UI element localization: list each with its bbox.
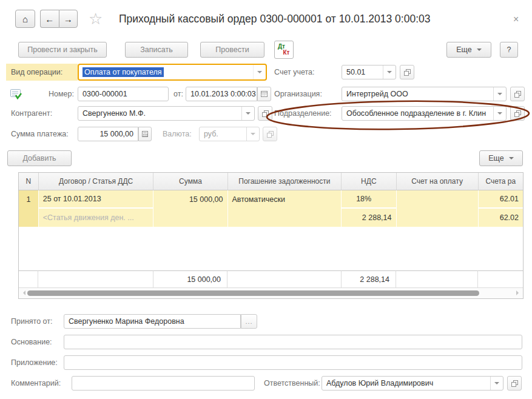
horizontal-scrollbar[interactable]	[19, 287, 523, 298]
history-nav: ← →	[40, 10, 78, 28]
table-row[interactable]: 1 25 от 10.01.2013 <Статья движения ден.…	[19, 190, 523, 227]
appendix-field[interactable]	[64, 355, 522, 370]
forward-button[interactable]: →	[59, 10, 78, 28]
col-header-repayment[interactable]: Погашение задолженности	[228, 173, 342, 190]
col-header-contract[interactable]: Договор / Статья ДДС	[39, 173, 154, 190]
date-label: от:	[173, 87, 183, 101]
window-title: Приходный кассовый ордер 0300-000001 от …	[119, 13, 430, 25]
back-button[interactable]: ←	[40, 10, 59, 28]
chevron-down-icon	[477, 49, 482, 53]
organization-open-button[interactable]	[510, 87, 525, 101]
chevron-down-icon	[509, 157, 514, 162]
open-icon	[261, 110, 269, 118]
account-field[interactable]: 50.01	[342, 65, 396, 79]
sum-cell[interactable]: 15 000,00	[153, 190, 227, 209]
department-open-button[interactable]	[510, 106, 525, 121]
responsible-field[interactable]: Абдулов Юрий Владимирович	[322, 376, 503, 391]
operation-type-label: Вид операции:	[6, 64, 78, 81]
basis-field[interactable]	[64, 335, 522, 349]
department-value: Обособленное подразделение в г. Клин	[342, 109, 493, 118]
responsible-label: Ответственный:	[264, 376, 320, 391]
home-icon: ⌂	[22, 14, 28, 24]
account-open-button[interactable]	[400, 65, 414, 79]
document-posted-icon	[10, 89, 22, 101]
dropdown-arrow-icon[interactable]	[383, 65, 396, 79]
post-and-close-button[interactable]: Провести и закрыть	[18, 42, 107, 58]
currency-field[interactable]: руб.	[199, 127, 260, 141]
number-field[interactable]: 0300-000001	[78, 87, 169, 101]
accepted-from-more-button[interactable]: ...	[241, 314, 257, 329]
post-button[interactable]: Провести	[200, 42, 264, 58]
dropdown-arrow-icon[interactable]	[253, 65, 266, 79]
operation-type-field[interactable]: Оплата от покупателя	[78, 64, 267, 81]
advance-account-cell[interactable]: 62.02	[479, 209, 523, 227]
close-icon[interactable]: ×	[513, 15, 519, 24]
department-field[interactable]: Обособленное подразделение в г. Клин	[342, 106, 507, 121]
currency-open-button[interactable]	[263, 127, 277, 141]
department-label: Подразделение:	[274, 106, 332, 121]
responsible-open-button[interactable]	[507, 376, 522, 391]
account-label: Счет учета:	[274, 65, 314, 79]
invoice-cell[interactable]	[397, 190, 478, 209]
scroll-left-icon[interactable]	[21, 290, 25, 295]
amount-value: 15 000,00	[78, 130, 138, 138]
counterparty-label: Контрагент:	[11, 106, 52, 121]
col-header-invoice[interactable]: Счет на оплату	[397, 173, 479, 190]
scroll-right-icon[interactable]	[516, 290, 521, 295]
operation-type-value: Оплата от покупателя	[82, 67, 164, 77]
open-icon	[266, 130, 274, 138]
table-empty-area[interactable]	[19, 227, 523, 270]
save-button[interactable]: Записать	[125, 42, 188, 58]
total-sum: 15 000,00	[153, 270, 227, 287]
account-value: 50.01	[342, 68, 383, 76]
open-icon	[511, 380, 519, 387]
dropdown-arrow-icon[interactable]	[493, 87, 506, 101]
amount-field[interactable]: 15 000,00	[78, 127, 138, 141]
open-icon	[403, 69, 411, 76]
table-more-button[interactable]: Еще	[479, 150, 523, 166]
col-header-vat[interactable]: НДС	[342, 173, 396, 190]
add-row-button[interactable]: Добавить	[7, 150, 72, 166]
contract-cell[interactable]: 25 от 10.01.2013	[39, 190, 153, 209]
col-header-n[interactable]: N	[19, 173, 39, 190]
row-number-cell[interactable]: 1	[19, 190, 38, 209]
home-button[interactable]: ⌂	[15, 10, 35, 28]
favorite-star-icon[interactable]: ☆	[89, 11, 103, 27]
organization-field[interactable]: Интертрейд ООО	[342, 87, 507, 101]
basis-label: Основание:	[11, 335, 52, 349]
comment-label: Комментарий:	[11, 376, 61, 391]
dropdown-arrow-icon	[246, 127, 259, 141]
repayment-cell[interactable]: Автоматически	[228, 190, 342, 209]
table-more-label: Еще	[488, 154, 503, 163]
col-header-sum[interactable]: Сумма	[153, 173, 227, 190]
accepted-from-value: Свергуненко Марина Федоровна	[64, 317, 240, 326]
scrollbar-thumb[interactable]	[27, 290, 479, 296]
dropdown-arrow-icon[interactable]	[493, 107, 506, 120]
accepted-from-field[interactable]: Свергуненко Марина Федоровна	[64, 314, 241, 329]
payment-lines-table: N Договор / Статья ДДС Сумма Погашение з…	[18, 172, 524, 299]
vat-rate-cell[interactable]: 18%	[342, 190, 396, 209]
calendar-button[interactable]	[257, 87, 271, 101]
dtkt-postings-button[interactable]: Дт Кт	[274, 41, 294, 59]
help-button[interactable]: ?	[500, 42, 518, 58]
comment-field[interactable]	[72, 376, 255, 391]
dropdown-arrow-icon[interactable]	[490, 377, 503, 390]
col-header-accounts[interactable]: Счета ра	[479, 173, 523, 190]
more-button[interactable]: Еще	[446, 42, 491, 58]
calculator-button[interactable]	[138, 127, 152, 141]
organization-value: Интертрейд ООО	[342, 90, 493, 98]
counterparty-field[interactable]: Свергуненко М.Ф.	[78, 106, 255, 121]
settlement-account-cell[interactable]: 62.01	[479, 190, 523, 209]
counterparty-value: Свергуненко М.Ф.	[78, 109, 241, 118]
appendix-label: Приложение:	[11, 355, 58, 370]
vat-sum-cell[interactable]: 2 288,14	[342, 209, 396, 227]
accepted-from-label: Принято от:	[11, 314, 52, 329]
organization-label: Организация:	[274, 87, 322, 101]
currency-label: Валюта:	[163, 127, 192, 141]
open-icon	[514, 110, 522, 118]
counterparty-open-button[interactable]	[258, 106, 272, 121]
dropdown-arrow-icon[interactable]	[241, 107, 254, 120]
open-icon	[514, 90, 522, 98]
dds-article-placeholder-cell[interactable]: <Статья движения ден. ...	[39, 209, 153, 227]
date-field[interactable]: 10.01.2013 0:00:03	[186, 87, 257, 101]
